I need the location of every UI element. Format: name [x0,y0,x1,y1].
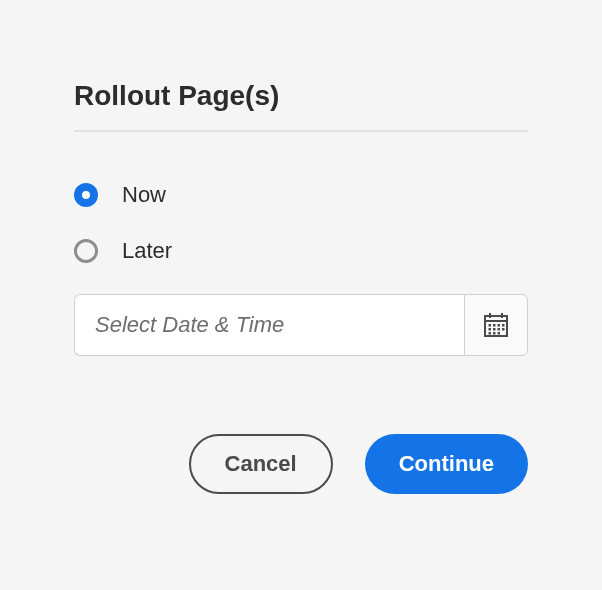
calendar-button[interactable] [464,294,528,356]
svg-rect-8 [489,328,492,331]
svg-rect-11 [502,328,505,331]
radio-option-later[interactable]: Later [74,238,528,264]
radio-label-now: Now [122,182,166,208]
svg-rect-14 [498,332,501,335]
dialog-title: Rollout Page(s) [74,80,528,112]
svg-rect-13 [493,332,496,335]
cancel-button[interactable]: Cancel [189,434,333,494]
datetime-input[interactable] [74,294,464,356]
svg-rect-9 [493,328,496,331]
radio-label-later: Later [122,238,172,264]
continue-button[interactable]: Continue [365,434,528,494]
svg-rect-12 [489,332,492,335]
svg-rect-10 [498,328,501,331]
svg-rect-5 [493,324,496,327]
calendar-icon [483,312,509,338]
divider [74,130,528,132]
radio-unselected-icon [74,239,98,263]
button-row: Cancel Continue [74,434,528,494]
schedule-radio-group: Now Later [74,182,528,264]
svg-rect-7 [502,324,505,327]
radio-selected-icon [74,183,98,207]
svg-rect-6 [498,324,501,327]
svg-rect-4 [489,324,492,327]
radio-option-now[interactable]: Now [74,182,528,208]
datetime-row [74,294,528,356]
